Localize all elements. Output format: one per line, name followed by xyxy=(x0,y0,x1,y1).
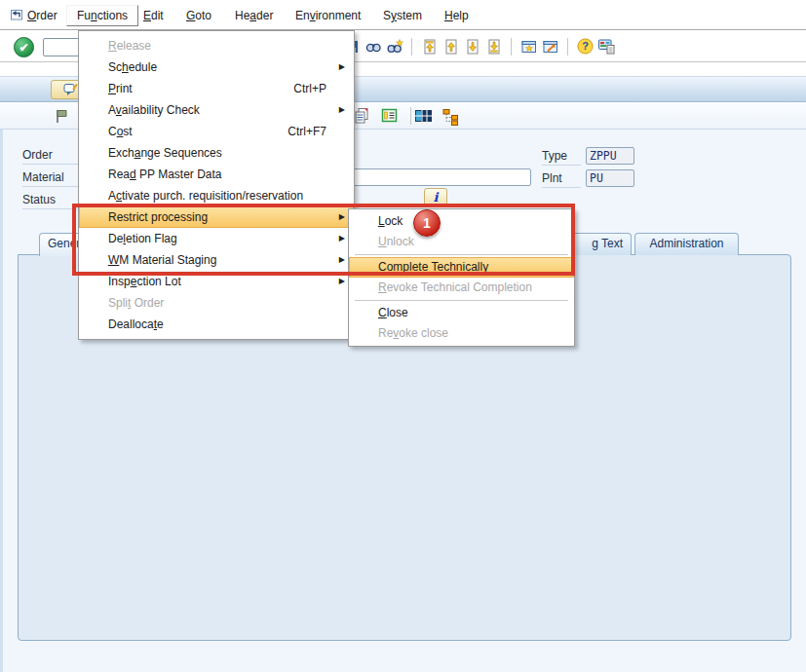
submenu-arrow-icon: ▶ xyxy=(339,271,345,292)
shortcut-label: Ctrl+P xyxy=(293,78,326,99)
submenu-arrow-icon: ▶ xyxy=(339,249,345,271)
detail-list-icon[interactable] xyxy=(380,106,400,130)
tab-administration[interactable]: Administration xyxy=(634,233,739,255)
menubar-item-help[interactable]: Help xyxy=(444,9,469,22)
plant-label: Plnt xyxy=(542,171,581,188)
find-next-icon[interactable] xyxy=(385,37,403,56)
menu-item-restrict-processing[interactable]: Restrict processing▶ xyxy=(79,206,354,228)
functions-menu: Release Schedule▶ PrintCtrl+P Availabili… xyxy=(78,30,355,340)
menubar-item-goto[interactable]: Goto xyxy=(186,9,211,22)
next-page-icon[interactable] xyxy=(463,37,481,56)
menu-bar: Order Functions Edit Goto Header Environ… xyxy=(0,0,806,30)
hierarchy-icon[interactable] xyxy=(441,106,462,130)
svg-text:?: ? xyxy=(582,40,589,52)
menu-item-deallocate[interactable]: Deallocate xyxy=(79,314,354,335)
submenu-arrow-icon: ▶ xyxy=(339,99,345,121)
menubar-item-order[interactable]: Order xyxy=(27,9,58,22)
restrict-processing-submenu: Lock Unlock Complete Technically Revoke … xyxy=(348,208,575,347)
submenu-arrow-icon: ▶ xyxy=(339,228,345,249)
menu-item-wm-material-staging[interactable]: WM Material Staging▶ xyxy=(79,249,354,271)
order-type-label: Type xyxy=(542,149,581,166)
menu-item-deletion-flag[interactable]: Deletion Flag▶ xyxy=(79,228,354,249)
menu-item-availability-check[interactable]: Availability Check▶ xyxy=(79,99,354,121)
menu-separator xyxy=(355,254,568,255)
menu-item-activate-purch-requisition[interactable]: Activate purch. requisition/reservation xyxy=(79,185,354,206)
menu-item-complete-technically[interactable]: Complete Technically xyxy=(349,257,574,278)
menu-item-read-pp-master-data[interactable]: Read PP Master Data xyxy=(79,164,354,185)
first-page-icon[interactable] xyxy=(420,37,439,56)
create-shortcut-icon[interactable] xyxy=(541,37,559,56)
find-icon[interactable] xyxy=(364,37,382,56)
help-icon[interactable]: ? xyxy=(576,37,595,56)
order-type-field: ZPPU xyxy=(586,147,634,165)
menu-item-revoke-close: Revoke close xyxy=(349,323,574,344)
menubar-item-system[interactable]: System xyxy=(383,9,422,22)
menu-item-print[interactable]: PrintCtrl+P xyxy=(79,78,354,99)
copy-document-icon[interactable] xyxy=(353,106,372,130)
release-flag-icon[interactable] xyxy=(53,107,71,130)
menu-item-lock[interactable]: Lock xyxy=(349,211,574,232)
menu-item-close[interactable]: Close xyxy=(349,303,574,323)
previous-page-icon[interactable] xyxy=(441,37,460,56)
control-menu-icon[interactable] xyxy=(9,8,24,26)
plant-field: PU xyxy=(586,169,634,187)
enter-check-button[interactable]: ✔ xyxy=(14,37,34,57)
customize-layout-icon[interactable] xyxy=(597,37,616,56)
toolbar-separator xyxy=(567,38,568,56)
submenu-arrow-icon: ▶ xyxy=(339,206,345,228)
menu-item-inspection-lot[interactable]: Inspection Lot▶ xyxy=(79,271,354,292)
toolbar-separator xyxy=(411,38,412,56)
menubar-item-environment[interactable]: Environment xyxy=(295,9,361,22)
table-view-icon[interactable] xyxy=(413,106,435,130)
menu-separator xyxy=(355,300,568,301)
new-session-icon[interactable] xyxy=(519,37,538,56)
last-page-icon[interactable] xyxy=(484,37,503,56)
menu-item-split-order: Split Order xyxy=(79,292,354,314)
submenu-arrow-icon: ▶ xyxy=(339,56,345,78)
status-info-button[interactable]: i xyxy=(424,188,447,206)
menu-item-cost[interactable]: CostCtrl+F7 xyxy=(79,121,354,142)
menu-item-exchange-sequences[interactable]: Exchange Sequences xyxy=(79,142,354,164)
menu-item-unlock: Unlock xyxy=(349,232,574,252)
menubar-item-edit[interactable]: Edit xyxy=(143,9,164,22)
annotation-badge-1: 1 xyxy=(413,209,441,237)
menu-item-schedule[interactable]: Schedule▶ xyxy=(79,56,354,78)
sap-order-window: Order Functions Edit Goto Header Environ… xyxy=(0,0,806,672)
menubar-item-functions[interactable]: Functions xyxy=(66,5,138,26)
menubar-item-header[interactable]: Header xyxy=(235,9,273,22)
shortcut-label: Ctrl+F7 xyxy=(288,121,326,142)
toolbar-separator xyxy=(410,107,411,125)
toolbar-separator xyxy=(511,38,512,56)
menu-item-revoke-technical-completion: Revoke Technical Completion xyxy=(349,278,574,298)
menu-item-release: Release xyxy=(79,35,354,56)
